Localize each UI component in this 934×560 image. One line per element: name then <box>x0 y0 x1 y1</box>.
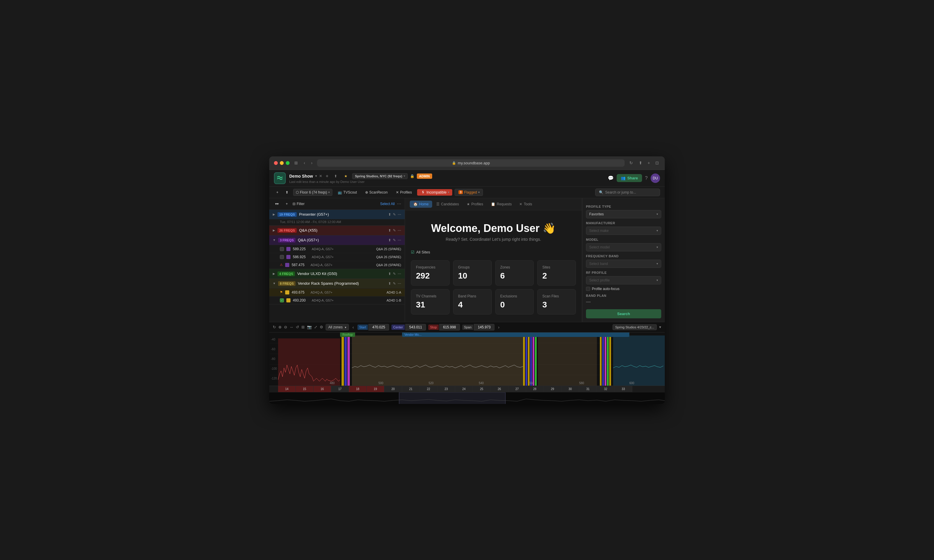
floor-dropdown[interactable]: ⬡ Floor 6 (74 freqs) ▾ <box>293 189 332 196</box>
address-bar[interactable]: 🔒 my.soundbase.app <box>317 159 624 167</box>
manufacturer-dropdown[interactable]: Select make ▾ <box>586 226 661 235</box>
group-header-presenter[interactable]: ▶ 19 FREQS Presenter (G57+) ⬆ ✎ ⋯ <box>269 210 405 219</box>
add-show-button[interactable]: + <box>324 174 330 179</box>
edit-group-vendor-ulxd[interactable]: ✎ <box>393 272 396 276</box>
nav-home[interactable]: 🏠 Home <box>410 201 432 208</box>
show-dropdown-icon[interactable]: ▾ <box>315 174 317 178</box>
center-value[interactable]: 543.011 <box>405 324 426 331</box>
nav-tools[interactable]: ✕ Tools <box>516 201 535 208</box>
group-header-vendor-ulxd[interactable]: ▶ 4 FREQS Vendor ULXD Kit (G50) ⬆ ✎ ⋯ <box>269 269 405 278</box>
spectrum-fit-button[interactable]: ↔ <box>290 325 293 329</box>
close-show-icon[interactable]: ✕ <box>319 174 322 178</box>
back-button[interactable]: ‹ <box>302 160 307 166</box>
spectrum-next-button[interactable]: › <box>497 325 501 329</box>
start-value[interactable]: 470.025 <box>368 324 389 331</box>
share-page-button[interactable]: ⬆ <box>638 160 644 166</box>
spectrum-zoom-out-button[interactable]: ⊖ <box>284 325 287 329</box>
stat-groups[interactable]: Groups 10 <box>453 260 492 286</box>
spectrum-refresh-button[interactable]: ↻ <box>273 325 276 329</box>
nav-profiles[interactable]: ★ Profiles <box>463 201 487 208</box>
spectrum-expand-button[interactable]: ⤢ <box>314 325 317 329</box>
stat-frequencies[interactable]: Frequencies 292 <box>411 260 450 286</box>
group-header-qa-g57[interactable]: ▼ 3 FREQS Q&A (G57+) ⬆ ✎ ⋯ <box>269 235 405 245</box>
share-group-vendor-ulxd[interactable]: ⬆ <box>388 272 391 276</box>
venue-tag[interactable]: Spring Studios, NYC (92 freqs) ▾ <box>352 173 407 179</box>
more-group-presenter[interactable]: ⋯ <box>398 212 401 217</box>
share-button[interactable]: 👥 Share <box>617 174 642 182</box>
share-group-qa-x55[interactable]: ⬆ <box>388 228 391 232</box>
share-group-vendor-rack[interactable]: ⬆ <box>388 282 391 286</box>
edit-group-qa-g57[interactable]: ✎ <box>393 238 396 242</box>
model-dropdown[interactable]: Select model ▾ <box>586 243 661 251</box>
spectrum-camera-button[interactable]: 📷 <box>307 325 312 329</box>
zone-select[interactable]: All zones ▾ <box>325 324 349 331</box>
spectrum-grid-button[interactable]: ⊞ <box>301 325 305 329</box>
auto-focus-checkbox[interactable] <box>586 287 590 291</box>
avatar[interactable]: DU <box>650 174 660 183</box>
rf-profile-dropdown[interactable]: Select profile ▾ <box>586 276 661 285</box>
nav-requests[interactable]: 📋 Requests <box>487 201 515 208</box>
freq-item-493675[interactable]: ⚑ 493.675 AD4Q-A, G57+ AD4D 1-A <box>269 288 405 296</box>
scan-dropdown-button[interactable]: ▾ <box>659 325 661 329</box>
freq-check-586925[interactable] <box>280 255 284 259</box>
chat-button[interactable]: 💬 <box>608 175 614 181</box>
scan-file-label[interactable]: Spring Studios 4/23/22_c... <box>612 324 657 330</box>
minimize-button[interactable] <box>280 161 284 165</box>
new-tab-button[interactable]: + <box>646 160 651 166</box>
share-group-qa-g57[interactable]: ⬆ <box>388 238 391 242</box>
add-group-button[interactable]: + <box>284 201 290 207</box>
freq-item-589225[interactable]: 589.225 AD4Q-A, G57+ Q&A 25 (SPARE) <box>269 245 405 253</box>
stop-value[interactable]: 615.998 <box>439 324 460 331</box>
search-bar[interactable]: 🔍 Search or jump to... <box>595 189 660 196</box>
freq-item-586925[interactable]: 586.925 AD4Q-A, G57+ Q&A 26 (SPARE) <box>269 253 405 261</box>
filter-button[interactable]: ⊟ Filter <box>293 202 305 206</box>
incompatible-button[interactable]: 5 Incompatible ▾ <box>417 189 452 195</box>
sidebar-button[interactable]: ⊡ <box>654 160 660 166</box>
group-header-qa-x55[interactable]: ▶ 26 FREQS Q&A (X55) ⬆ ✎ ⋯ <box>269 226 405 235</box>
stat-band-plans[interactable]: Band Plans 4 <box>453 289 492 314</box>
tvscout-button[interactable]: 📺 TVScout <box>335 189 360 195</box>
scanrecon-button[interactable]: ⊕ ScanRecon <box>362 189 390 195</box>
frequency-band-dropdown[interactable]: Select band ▾ <box>586 260 661 268</box>
share-show-button[interactable]: ⬆ <box>332 173 339 179</box>
close-button[interactable] <box>274 161 278 165</box>
nav-candidates[interactable]: ☰ Candidates <box>433 201 462 208</box>
edit-group-presenter[interactable]: ✎ <box>393 212 396 217</box>
window-toggle-button[interactable]: ⊞ <box>293 160 299 166</box>
maximize-button[interactable] <box>286 161 290 165</box>
spectrum-zoom-in-button[interactable]: ⊕ <box>278 325 282 329</box>
reload-button[interactable]: ↻ <box>628 160 634 166</box>
freq-item-493200[interactable]: ✓ 493.200 AD4Q-A, G57+ AD4D 1-B <box>269 296 405 304</box>
freq-check-493200[interactable]: ✓ <box>280 298 284 302</box>
stat-exclusions[interactable]: Exclusions 0 <box>495 289 534 314</box>
group-header-vendor-rack[interactable]: ▼ 8 FREQS Vendor Rack Spares (Programmed… <box>269 279 405 288</box>
help-button[interactable]: ? <box>645 175 648 181</box>
forward-button[interactable]: › <box>310 160 314 166</box>
spectrum-loop-button[interactable]: ↺ <box>296 325 299 329</box>
select-all-button[interactable]: Select All <box>380 202 395 206</box>
freq-check-589225[interactable] <box>280 247 284 251</box>
more-group-vendor-rack[interactable]: ⋯ <box>398 282 401 286</box>
span-value[interactable]: 145.973 <box>474 324 495 331</box>
freq-item-587475[interactable]: ⚠ 587.475 AD4Q-A, G57+ Q&A 28 (SPARE) <box>269 261 405 269</box>
edit-group-vendor-rack[interactable]: ✎ <box>393 282 396 286</box>
spectrum-settings-button[interactable]: ⚙ <box>320 325 323 329</box>
collapse-all-button[interactable]: ▾▾ <box>273 201 281 207</box>
edit-group-qa-x55[interactable]: ✎ <box>393 228 396 232</box>
lock-show-button[interactable]: 🔒 <box>410 174 415 178</box>
toolbar-share-button[interactable]: ⬆ <box>283 189 291 195</box>
more-group-qa-x55[interactable]: ⋯ <box>398 228 401 232</box>
toolbar-add-button[interactable]: + <box>274 189 281 195</box>
profiles-button[interactable]: ✕ Profiles <box>393 189 415 195</box>
spectrum-prev-button[interactable]: ‹ <box>351 325 355 329</box>
stat-scan-files[interactable]: Scan Files 3 <box>537 289 576 314</box>
stat-tv-channels[interactable]: TV Channels 31 <box>411 289 450 314</box>
profile-type-dropdown[interactable]: Favorites ▾ <box>586 210 661 218</box>
more-group-vendor-ulxd[interactable]: ⋯ <box>398 272 401 276</box>
more-group-qa-g57[interactable]: ⋯ <box>398 238 401 242</box>
star-show-button[interactable]: ★ <box>342 173 350 179</box>
stat-zones[interactable]: Zones 6 <box>495 260 534 286</box>
share-group-presenter[interactable]: ⬆ <box>388 212 391 217</box>
search-button[interactable]: Search <box>586 309 661 318</box>
flagged-button[interactable]: 3 Flagged ▾ <box>455 189 483 196</box>
